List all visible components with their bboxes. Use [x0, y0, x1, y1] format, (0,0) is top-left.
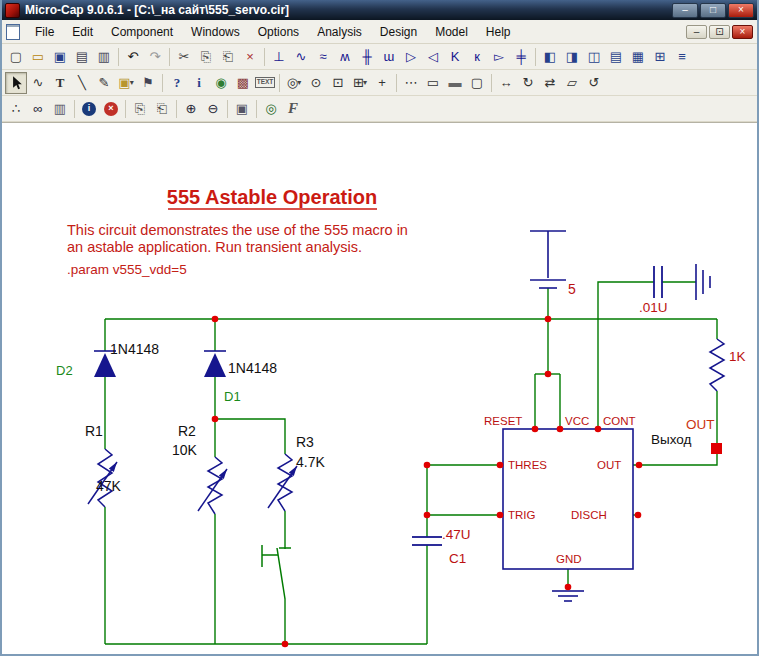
web-button[interactable]: ◎ — [260, 98, 282, 120]
print-button[interactable]: ▤ — [71, 46, 93, 68]
capacitor-component-button[interactable]: ╫ — [356, 46, 378, 68]
diode-component-button[interactable]: ▷ — [400, 46, 422, 68]
resistor-r4[interactable] — [710, 339, 724, 391]
search-button[interactable]: ∞ — [27, 98, 49, 120]
child-restore-button[interactable]: ⊡ — [709, 25, 730, 39]
cascade-windows-button[interactable]: ◫ — [583, 46, 605, 68]
menu-help[interactable]: Help — [477, 22, 520, 42]
capacitor-c2[interactable] — [654, 266, 662, 298]
npn-transistor-button[interactable]: K — [444, 46, 466, 68]
grid-window-button[interactable]: ⊞ — [649, 46, 671, 68]
switch-s1[interactable] — [262, 545, 291, 599]
battery-v1[interactable] — [530, 231, 566, 288]
menu-model[interactable]: Model — [426, 22, 477, 42]
undo-button[interactable]: ↶ — [122, 46, 144, 68]
text-tool[interactable]: T — [49, 72, 71, 94]
minimize-button[interactable]: – — [672, 3, 698, 18]
zoom-in-button[interactable]: ⊕ — [180, 98, 202, 120]
node-number-tool[interactable]: ⊡ — [327, 72, 349, 94]
info-button[interactable]: i — [78, 98, 100, 120]
probe-tool[interactable]: ◎▾ — [283, 72, 305, 94]
list-window-button[interactable]: ≡ — [671, 46, 693, 68]
zener-diode-button[interactable]: ◁ — [422, 46, 444, 68]
document-icon[interactable] — [6, 24, 20, 40]
resistor-r3[interactable] — [268, 454, 297, 511]
ic-555-body[interactable] — [503, 429, 633, 569]
zoom-rect-tool[interactable]: ▱ — [561, 72, 583, 94]
close-file-button[interactable]: × — [100, 98, 122, 120]
resistor-r2[interactable] — [198, 457, 227, 514]
help-pointer-tool[interactable]: ? — [166, 72, 188, 94]
schematic-title[interactable]: 555 Astable Operation — [167, 186, 377, 208]
border-tool[interactable]: ▭ — [422, 72, 444, 94]
pin-connect-tool[interactable]: ⋯ — [400, 72, 422, 94]
pulse-source-button[interactable]: ≈ — [312, 46, 334, 68]
capacitor-c1[interactable] — [412, 537, 442, 545]
close-button[interactable]: × — [728, 3, 754, 18]
copy-button[interactable]: ⎘ — [195, 46, 217, 68]
wire-mode-tool[interactable]: ∿ — [27, 72, 49, 94]
wires[interactable] — [105, 282, 717, 644]
delete-button[interactable]: × — [239, 46, 261, 68]
mirror-tool[interactable]: ↔ — [495, 72, 517, 94]
resistor-component-button[interactable]: ʍ — [334, 46, 356, 68]
menu-windows[interactable]: Windows — [182, 22, 249, 42]
step-mode-icon[interactable]: ∴ — [5, 98, 27, 120]
redraw-tool[interactable]: ↺ — [583, 72, 605, 94]
maximize-button[interactable]: □ — [700, 3, 726, 18]
diode-d1[interactable] — [204, 351, 226, 377]
child-minimize-button[interactable]: – — [686, 25, 707, 39]
description-line1[interactable]: This circuit demonstrates the use of the… — [67, 222, 408, 238]
crosshair-tool[interactable]: + — [371, 72, 393, 94]
menu-component[interactable]: Component — [102, 22, 182, 42]
description-line2[interactable]: an astable application. Run transient an… — [67, 239, 362, 255]
cut-button[interactable]: ✂ — [173, 46, 195, 68]
sheet-tool[interactable]: ▢ — [466, 72, 488, 94]
region-select-tool[interactable]: ▩ — [232, 72, 254, 94]
component-info-tool[interactable]: i — [188, 72, 210, 94]
menu-options[interactable]: Options — [249, 22, 308, 42]
line-tool[interactable]: ╲ — [71, 72, 93, 94]
schematic-canvas[interactable]: 555 Astable Operation This circuit demon… — [2, 122, 757, 654]
tile-vertical-button[interactable]: ◧ — [539, 46, 561, 68]
sine-source-button[interactable]: ∿ — [290, 46, 312, 68]
opamp-component-button[interactable]: ▻ — [488, 46, 510, 68]
new-file-button[interactable]: ▢ — [5, 46, 27, 68]
send-back-button[interactable]: ⎗ — [151, 98, 173, 120]
paste-button[interactable]: ⎗ — [217, 46, 239, 68]
app-icon[interactable] — [5, 3, 20, 18]
menu-analysis[interactable]: Analysis — [308, 22, 371, 42]
menu-design[interactable]: Design — [371, 22, 426, 42]
diagram-tool[interactable]: ▣▾ — [115, 72, 137, 94]
menu-file[interactable]: File — [26, 22, 63, 42]
bring-front-button[interactable]: ⎘ — [129, 98, 151, 120]
browse-tool[interactable]: ◉ — [210, 72, 232, 94]
menu-edit[interactable]: Edit — [63, 22, 102, 42]
flag-tool[interactable]: ⚑ — [137, 72, 159, 94]
text-box-tool[interactable]: TEXT — [254, 72, 276, 94]
open-file-button[interactable]: ▭ — [27, 46, 49, 68]
pnp-transistor-button[interactable]: к — [466, 46, 488, 68]
tile-horizontal-button[interactable]: ◨ — [561, 46, 583, 68]
inductor-component-button[interactable]: ɯ — [378, 46, 400, 68]
zoom-out-button[interactable]: ⊖ — [202, 98, 224, 120]
component-labels[interactable]: 1N4148 D2 1N4148 D1 R1 47K R2 10K R3 4.7… — [56, 281, 746, 566]
battery-component-button[interactable]: ╪ — [510, 46, 532, 68]
title-block-tool[interactable]: ▬ — [444, 72, 466, 94]
child-close-button[interactable]: × — [732, 25, 753, 39]
bias-display-tool[interactable]: ⊙ — [305, 72, 327, 94]
image-button[interactable]: ▣ — [231, 98, 253, 120]
help-topics-button[interactable]: ▥ — [49, 98, 71, 120]
out-terminal-marker[interactable] — [711, 443, 722, 454]
save-file-button[interactable]: ▣ — [49, 46, 71, 68]
grid-toggle-tool[interactable]: ⊞▾ — [349, 72, 371, 94]
print-preview-button[interactable]: ▥ — [93, 46, 115, 68]
select-tool[interactable] — [5, 72, 27, 94]
split-window-button[interactable]: ▦ — [627, 46, 649, 68]
ground-component-button[interactable]: ⊥ — [268, 46, 290, 68]
pen-tool[interactable]: ✎ — [93, 72, 115, 94]
rotate-tool[interactable]: ↻ — [517, 72, 539, 94]
text-window-button[interactable]: ▤ — [605, 46, 627, 68]
redo-button[interactable]: ↷ — [144, 46, 166, 68]
font-button[interactable]: F — [282, 98, 304, 120]
